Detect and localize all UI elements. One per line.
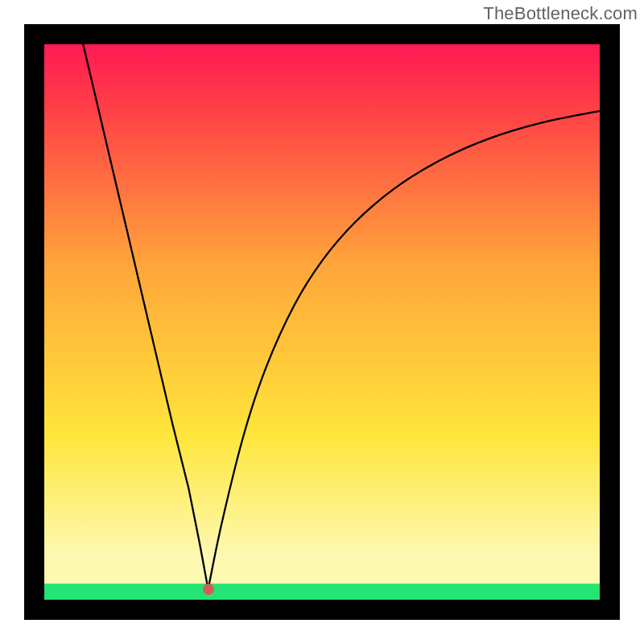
- optimal-point-marker: [203, 584, 214, 595]
- bottleneck-curve: [44, 44, 600, 600]
- chart-plot-area: [44, 44, 600, 600]
- chart-stage: TheBottleneck.com: [0, 0, 644, 644]
- watermark-text: TheBottleneck.com: [483, 3, 638, 24]
- curve-path: [83, 44, 600, 589]
- chart-outer-frame: [24, 24, 620, 620]
